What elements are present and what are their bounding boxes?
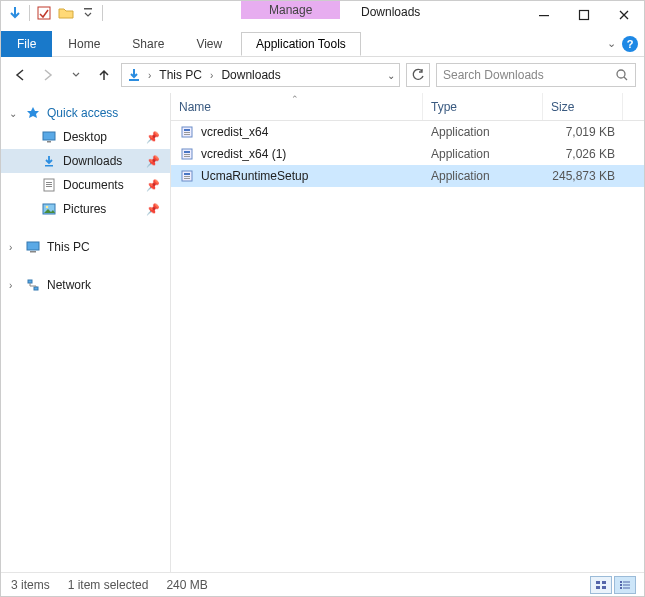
- svg-rect-12: [46, 186, 52, 187]
- nav-label: Pictures: [63, 202, 106, 216]
- svg-point-14: [46, 206, 49, 209]
- folder-icon[interactable]: [56, 3, 76, 23]
- down-arrow-icon[interactable]: [5, 3, 25, 23]
- sidebar-item-pictures[interactable]: Pictures 📌: [1, 197, 170, 221]
- svg-rect-21: [184, 132, 190, 133]
- view-mode-buttons: [590, 576, 636, 594]
- window-controls: [524, 1, 644, 29]
- quick-access-header[interactable]: ⌄ Quick access: [1, 101, 170, 125]
- search-input[interactable]: [443, 68, 615, 82]
- nav-label: Documents: [63, 178, 124, 192]
- chevron-right-icon[interactable]: ›: [208, 70, 215, 81]
- svg-rect-2: [539, 15, 549, 16]
- pin-icon: 📌: [146, 155, 160, 168]
- tab-share[interactable]: Share: [116, 31, 180, 57]
- sidebar-item-documents[interactable]: Documents 📌: [1, 173, 170, 197]
- manage-tab-label[interactable]: Manage: [241, 1, 340, 19]
- minimize-button[interactable]: [524, 1, 564, 29]
- refresh-button[interactable]: [406, 63, 430, 87]
- file-name: vcredist_x64 (1): [201, 147, 286, 161]
- this-pc-group: › This PC: [1, 235, 170, 259]
- svg-rect-35: [620, 581, 622, 583]
- sidebar-item-network[interactable]: › Network: [1, 273, 170, 297]
- svg-rect-10: [46, 182, 52, 183]
- tab-application-tools[interactable]: Application Tools: [241, 32, 361, 56]
- up-button[interactable]: [93, 64, 115, 86]
- thumbnails-view-button[interactable]: [590, 576, 612, 594]
- file-name: vcredist_x64: [201, 125, 268, 139]
- back-button[interactable]: [9, 64, 31, 86]
- navigation-toolbar: › This PC › Downloads ⌄: [1, 57, 644, 93]
- downloads-icon: [41, 153, 57, 169]
- properties-icon[interactable]: [34, 3, 54, 23]
- svg-rect-40: [623, 587, 630, 588]
- separator: [102, 5, 103, 21]
- file-list-pane: ⌃ Name Type Size vcredist_x64Application…: [171, 93, 644, 572]
- sidebar-item-downloads[interactable]: Downloads 📌: [1, 149, 170, 173]
- svg-rect-8: [45, 165, 53, 167]
- close-button[interactable]: [604, 1, 644, 29]
- svg-rect-26: [184, 156, 190, 157]
- forward-button[interactable]: [37, 64, 59, 86]
- svg-rect-33: [596, 586, 600, 589]
- pictures-icon: [41, 201, 57, 217]
- tab-view[interactable]: View: [180, 31, 238, 57]
- status-item-count: 3 items: [11, 578, 50, 592]
- documents-icon: [41, 177, 57, 193]
- application-icon: [179, 124, 195, 140]
- desktop-icon: [41, 129, 57, 145]
- breadcrumb-segment[interactable]: This PC: [157, 68, 204, 82]
- breadcrumb-segment[interactable]: Downloads: [219, 68, 282, 82]
- application-icon: [179, 168, 195, 184]
- search-box[interactable]: [436, 63, 636, 87]
- title-bar: Manage Downloads: [1, 1, 644, 31]
- svg-rect-32: [602, 581, 606, 584]
- ribbon-collapse-icon[interactable]: ⌄: [607, 37, 616, 50]
- address-dropdown-icon[interactable]: ⌄: [387, 70, 395, 81]
- svg-rect-30: [184, 178, 190, 179]
- sidebar-item-desktop[interactable]: Desktop 📌: [1, 125, 170, 149]
- svg-rect-28: [184, 173, 190, 175]
- search-icon[interactable]: [615, 68, 629, 82]
- file-name-cell: vcredist_x64: [171, 124, 423, 140]
- file-row[interactable]: UcmaRuntimeSetupApplication245,873 KB: [171, 165, 644, 187]
- application-icon: [179, 146, 195, 162]
- address-bar[interactable]: › This PC › Downloads ⌄: [121, 63, 400, 87]
- svg-rect-37: [620, 584, 622, 586]
- svg-rect-7: [47, 141, 51, 143]
- chevron-right-icon[interactable]: ›: [146, 70, 153, 81]
- network-group: › Network: [1, 273, 170, 297]
- column-header-size[interactable]: Size: [543, 93, 623, 120]
- svg-rect-36: [623, 581, 630, 582]
- contextual-tab-header: Manage: [241, 1, 340, 19]
- maximize-button[interactable]: [564, 1, 604, 29]
- recent-locations-icon[interactable]: [65, 64, 87, 86]
- tab-home[interactable]: Home: [52, 31, 116, 57]
- column-header-type[interactable]: Type: [423, 93, 543, 120]
- expand-icon[interactable]: ›: [9, 280, 12, 291]
- ribbon-tabs: File Home Share View Application Tools ⌄…: [1, 31, 644, 57]
- expand-icon[interactable]: ⌄: [9, 108, 17, 119]
- svg-rect-20: [184, 129, 190, 131]
- main-area: ⌄ Quick access Desktop 📌 Downloads 📌: [1, 93, 644, 572]
- svg-rect-4: [129, 79, 139, 81]
- svg-rect-16: [30, 251, 36, 253]
- ribbon-right-controls: ⌄ ?: [607, 36, 638, 52]
- computer-icon: [25, 239, 41, 255]
- file-row[interactable]: vcredist_x64 (1)Application7,026 KB: [171, 143, 644, 165]
- navigation-pane: ⌄ Quick access Desktop 📌 Downloads 📌: [1, 93, 171, 572]
- pin-icon: 📌: [146, 179, 160, 192]
- file-name-cell: vcredist_x64 (1): [171, 146, 423, 162]
- svg-rect-3: [580, 11, 589, 20]
- details-view-button[interactable]: [614, 576, 636, 594]
- file-row[interactable]: vcredist_x64Application7,019 KB: [171, 121, 644, 143]
- qat-dropdown-icon[interactable]: [78, 3, 98, 23]
- file-size-cell: 7,019 KB: [543, 125, 623, 139]
- expand-icon[interactable]: ›: [9, 242, 12, 253]
- svg-rect-15: [27, 242, 39, 250]
- nav-label: Desktop: [63, 130, 107, 144]
- file-tab[interactable]: File: [1, 31, 52, 57]
- help-icon[interactable]: ?: [622, 36, 638, 52]
- sidebar-item-this-pc[interactable]: › This PC: [1, 235, 170, 259]
- svg-rect-18: [34, 287, 38, 290]
